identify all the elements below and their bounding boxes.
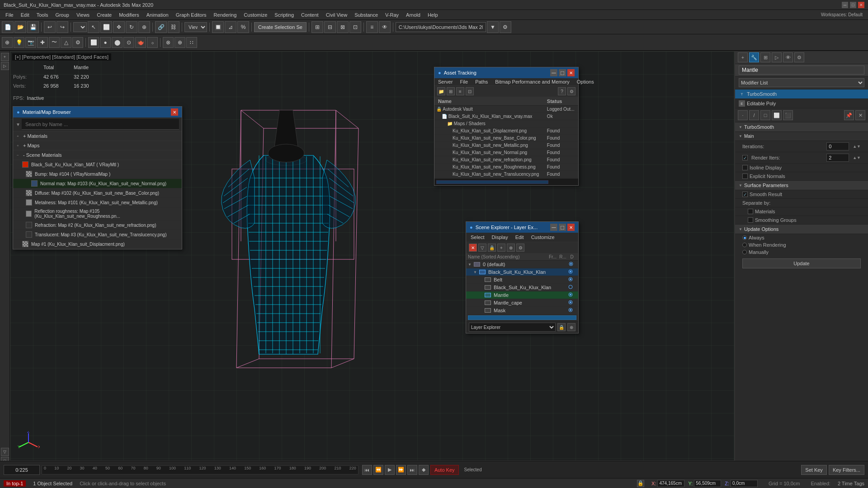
menu-vray[interactable]: V-Ray <box>382 10 402 19</box>
sidebar-create-btn[interactable]: ▷ <box>1 62 9 70</box>
open-button[interactable]: 📂 <box>14 21 26 33</box>
at-row-normal[interactable]: Ku_Klux_Klan_suit_new_Normal.png Found <box>434 149 578 156</box>
main-section[interactable]: Main <box>735 132 868 141</box>
teapot-btn[interactable]: 🫖 <box>135 37 146 48</box>
asset-tracking-header[interactable]: ● Asset Tracking ─ □ ✕ <box>434 67 578 78</box>
le-delete-btn[interactable]: ✕ <box>469 244 477 252</box>
smoothing-groups-checkbox[interactable] <box>748 217 753 223</box>
autokey-button[interactable]: Auto Key <box>430 465 459 475</box>
sidebar-top-btn[interactable]: + <box>1 53 9 61</box>
snap-percent-btn[interactable]: % <box>237 21 249 33</box>
when-rendering-radio[interactable] <box>742 243 747 247</box>
at-row-vault[interactable]: 🔒 Autodesk Vault Logged Out... <box>434 106 578 113</box>
smooth-result-row[interactable]: ✓ Smooth Result <box>735 190 868 199</box>
at-btn2[interactable]: ⊞ <box>447 87 455 95</box>
render-iters-checkbox[interactable]: ✓ <box>742 155 748 160</box>
path-expand-btn[interactable]: ▼ <box>487 21 499 33</box>
at-btn4[interactable]: ⊡ <box>466 87 474 95</box>
rp-utils-btn[interactable]: ⚙ <box>794 52 804 62</box>
z-input[interactable] <box>731 480 758 487</box>
prev-frame-btn[interactable]: ⏪ <box>373 465 383 475</box>
edge-btn[interactable]: / <box>749 110 759 120</box>
space-warps-btn[interactable]: 〜 <box>49 37 60 48</box>
le-menu-customize[interactable]: Customize <box>529 234 557 241</box>
always-radio[interactable] <box>742 235 747 240</box>
modifier-turbosmoooth[interactable]: T TurboSmooth <box>735 89 868 99</box>
menu-group[interactable]: Group <box>52 10 73 19</box>
menu-help[interactable]: Help <box>424 10 442 19</box>
le-obj-mask[interactable]: Mask <box>466 307 578 314</box>
rp-modify-btn[interactable]: 🔧 <box>749 52 759 62</box>
box-btn[interactable]: ⬜ <box>88 37 99 48</box>
align2-btn[interactable]: ⊠ <box>337 21 349 33</box>
at-btn5[interactable]: ? <box>558 87 566 95</box>
mat-scene-materials-section[interactable]: − - Scene Materials <box>13 150 182 160</box>
element-btn[interactable]: ⬛ <box>783 110 793 120</box>
go-end-btn[interactable]: ⏭ <box>407 465 417 475</box>
at-menu-options[interactable]: Options <box>573 78 598 85</box>
unlink-btn[interactable]: ⛓ <box>168 21 179 33</box>
menu-modifiers[interactable]: Modifiers <box>115 10 143 19</box>
at-row-translucency[interactable]: Ku_Klux_Klan_suit_new_Translucency.png F… <box>434 171 578 178</box>
scale-btn[interactable]: ⊕ <box>138 21 150 33</box>
le-minimize[interactable]: ─ <box>550 224 557 231</box>
le-add2-btn[interactable]: ⊕ <box>507 244 515 252</box>
at-menu-paths[interactable]: Paths <box>472 78 491 85</box>
lights-btn[interactable]: 💡 <box>14 37 24 48</box>
le-menu-select[interactable]: Select <box>469 234 486 241</box>
menu-views[interactable]: Views <box>73 10 93 19</box>
rp-hier-btn[interactable]: ⊞ <box>760 52 770 62</box>
create-selection-button[interactable]: Create Selection Se <box>254 22 307 32</box>
render-iters-input[interactable] <box>826 154 849 162</box>
le-menu-display[interactable]: Display <box>490 234 510 241</box>
le-tools-btn[interactable]: ⚙ <box>516 244 524 252</box>
at-row-base[interactable]: Ku_Klux_Klan_suit_new_Base_Color.png Fou… <box>434 135 578 142</box>
at-menu-server[interactable]: Server <box>434 78 456 85</box>
update-options-section[interactable]: Update Options <box>735 225 868 234</box>
mat-item-map1[interactable]: Map #1 (Ku_Klux_Klan_suit_Displacment.pn… <box>13 239 182 249</box>
menu-content[interactable]: Content <box>297 10 322 19</box>
path-input[interactable] <box>396 22 486 32</box>
at-row-disp[interactable]: Ku_Klux_Klan_suit_Displacment.png Found <box>434 127 578 135</box>
layer-explorer-header[interactable]: ● Scene Explorer - Layer Ex... ─ □ ✕ <box>466 222 578 233</box>
camera-btn[interactable]: 📷 <box>25 37 36 48</box>
redo-button[interactable]: ↪ <box>57 21 68 33</box>
le-close[interactable]: ✕ <box>567 224 575 231</box>
iterations-input[interactable] <box>826 142 849 150</box>
loft-btn[interactable]: ⊗ <box>163 37 174 48</box>
at-menu-file[interactable]: File <box>456 78 472 85</box>
mat-materials-section[interactable]: + + Materials <box>13 131 182 141</box>
undo-button[interactable]: ↩ <box>44 21 56 33</box>
x-input[interactable] <box>657 480 684 487</box>
le-bot-btn1[interactable]: 🔒 <box>557 323 566 331</box>
move-btn[interactable]: ✥ <box>113 21 125 33</box>
menu-tools[interactable]: Tools <box>33 10 52 19</box>
at-maximize[interactable]: □ <box>559 69 566 76</box>
cylinder-btn[interactable]: ⬤ <box>112 37 123 48</box>
surface-params-section[interactable]: Surface Parameters <box>735 181 868 190</box>
mat-search-input[interactable] <box>22 119 179 130</box>
sidebar-bot-btn[interactable]: ▽ <box>1 448 9 456</box>
menu-civil-view[interactable]: Civil View <box>322 10 351 19</box>
le-bot-btn2[interactable]: ⊕ <box>567 323 576 331</box>
at-row-roughness[interactable]: Ku_Klux_Klan_suit_new_Roughness.png Foun… <box>434 164 578 171</box>
snap-angle-btn[interactable]: ⊿ <box>225 21 236 33</box>
le-obj-belt[interactable]: Belt <box>466 276 578 284</box>
menu-scripting[interactable]: Scripting <box>271 10 297 19</box>
manually-radio[interactable] <box>742 250 747 254</box>
at-row-file[interactable]: 📄 Black_Suit_Ku_Klux_Klan_max_vray.max O… <box>434 113 578 120</box>
helpers-btn[interactable]: ✚ <box>37 37 48 48</box>
select-region-btn[interactable]: ⬜ <box>100 21 112 33</box>
menu-rendering[interactable]: Rendering <box>210 10 241 19</box>
pin-btn[interactable]: 📌 <box>844 110 854 120</box>
mat-maps-section[interactable]: + + Maps <box>13 141 182 150</box>
mat-item-translucent[interactable]: Translucent: Map #3 (Ku_Klux_Klan_suit_n… <box>13 230 182 239</box>
turbosmoooth-section[interactable]: TurboSmooth <box>735 122 868 132</box>
new-key-btn[interactable]: ◆ <box>419 465 429 475</box>
at-btn6[interactable]: ⚙ <box>567 87 576 95</box>
mat-browser-close[interactable]: ✕ <box>171 108 178 116</box>
at-minimize[interactable]: ─ <box>550 69 557 76</box>
mat-item-refraction[interactable]: Refraction: Map #2 (Ku_Klux_Klan_suit_ne… <box>13 221 182 230</box>
view-select[interactable]: View <box>184 22 207 32</box>
select-btn[interactable]: ↖ <box>88 21 99 33</box>
